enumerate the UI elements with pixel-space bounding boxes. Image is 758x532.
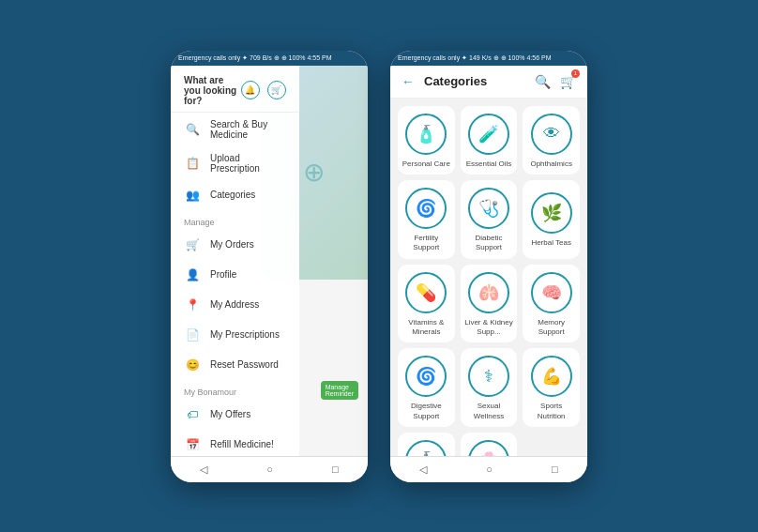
drawer: What are you looking for? 🔔 🛒 🔍 Search &… bbox=[171, 66, 299, 456]
left-status-bar: Emergency calls only ✦ 709 B/s ⊕ ⊕ 100% … bbox=[171, 51, 368, 66]
prescription-icon: 📄 bbox=[184, 327, 201, 343]
reset-password-item[interactable]: 😊 Reset Password bbox=[171, 350, 299, 380]
page-title: Categories bbox=[424, 74, 525, 88]
category-13[interactable]: 🧴 bbox=[398, 433, 455, 455]
search-buy-label: Search & Buy Medicine bbox=[210, 119, 286, 140]
right-phone-body: ← Categories 🔍 🛒 1 🧴 Personal Care 🧪 Ess… bbox=[390, 66, 587, 456]
left-nav-bar: ◁ ○ □ bbox=[171, 456, 368, 482]
search-icon: 🔍 bbox=[184, 121, 201, 138]
right-nav-home[interactable]: ○ bbox=[486, 464, 493, 475]
refill-item[interactable]: 📅 Refill Medicine! bbox=[171, 430, 299, 456]
manage-items: 🛒 My Orders 👤 Profile 📍 My Address 📄 My … bbox=[171, 230, 299, 380]
bonamour-items: 🏷 My Offers 📅 Refill Medicine! bbox=[171, 400, 299, 456]
category-essential-oils[interactable]: 🧪 Essential Oils bbox=[461, 106, 518, 175]
sports-label: Sports Nutrition bbox=[526, 402, 576, 421]
drawer-top-icons: 🔔 🛒 bbox=[241, 81, 286, 99]
reset-icon: 😊 bbox=[184, 357, 201, 373]
essential-oils-icon: 🧪 bbox=[468, 114, 509, 155]
reset-password-label: Reset Password bbox=[210, 359, 279, 370]
category-14[interactable]: 🌸 bbox=[461, 433, 518, 455]
bonamour-section-label: My Bonamour bbox=[171, 380, 299, 400]
profile-item[interactable]: 👤 Profile bbox=[171, 260, 299, 290]
offers-icon: 🏷 bbox=[184, 406, 201, 423]
bell-icon[interactable]: 🔔 bbox=[241, 81, 260, 99]
upload-rx-label: Upload Prescription bbox=[210, 153, 286, 174]
category-sports[interactable]: 💪 Sports Nutrition bbox=[523, 348, 580, 427]
right-nav-back[interactable]: ◁ bbox=[419, 464, 427, 476]
category-sexual-wellness[interactable]: ⚕ Sexual Wellness bbox=[461, 348, 518, 427]
my-orders-label: My Orders bbox=[210, 239, 254, 250]
digestive-label: Digestive Support bbox=[402, 402, 451, 421]
ophthalmics-icon: 👁 bbox=[531, 114, 572, 155]
search-button[interactable]: 🔍 bbox=[535, 74, 551, 89]
category-vitamins[interactable]: 💊 Vitamins & Minerals bbox=[398, 265, 455, 343]
digestive-icon: 🌀 bbox=[405, 356, 447, 397]
personal-care-icon: 🧴 bbox=[405, 114, 447, 155]
cart-badge-count: 1 bbox=[571, 69, 580, 78]
manage-section-label: Manage bbox=[171, 210, 299, 230]
personal-care-label: Personal Care bbox=[402, 160, 450, 169]
right-phone: Emergency calls only ✦ 149 K/s ⊕ ⊕ 100% … bbox=[390, 51, 587, 482]
my-orders-item[interactable]: 🛒 My Orders bbox=[171, 230, 299, 260]
profile-label: Profile bbox=[210, 269, 236, 280]
herbal-icon: 🌿 bbox=[531, 192, 572, 234]
search-buy-item[interactable]: 🔍 Search & Buy Medicine bbox=[171, 113, 299, 146]
category-liver-kidney[interactable]: 🫁 Liver & Kidney Supp... bbox=[461, 265, 518, 343]
fertility-icon: 🌀 bbox=[405, 188, 447, 229]
prescriptions-item[interactable]: 📄 My Prescriptions bbox=[171, 320, 299, 350]
sexual-wellness-label: Sexual Wellness bbox=[464, 402, 514, 421]
right-nav-recent[interactable]: □ bbox=[552, 464, 558, 475]
upload-icon: 📋 bbox=[184, 155, 201, 172]
orders-icon: 🛒 bbox=[184, 236, 201, 253]
address-icon: 📍 bbox=[184, 296, 201, 313]
right-status-bar: Emergency calls only ✦ 149 K/s ⊕ ⊕ 100% … bbox=[390, 51, 587, 66]
left-nav-recent[interactable]: □ bbox=[332, 464, 339, 475]
categories-label: Categories bbox=[210, 190, 255, 200]
right-header: ← Categories 🔍 🛒 1 bbox=[390, 66, 587, 99]
left-nav-back[interactable]: ◁ bbox=[200, 464, 207, 476]
liver-kidney-icon: 🫁 bbox=[468, 272, 509, 313]
my-offers-item[interactable]: 🏷 My Offers bbox=[171, 400, 299, 430]
categories-grid: 🧴 Personal Care 🧪 Essential Oils 👁 Ophth… bbox=[390, 99, 587, 456]
refill-icon: 📅 bbox=[184, 436, 201, 453]
memory-label: Memory Support bbox=[526, 318, 576, 338]
upload-rx-item[interactable]: 📋 Upload Prescription bbox=[171, 146, 299, 180]
fertility-label: Fertility Support bbox=[402, 234, 451, 253]
drawer-header-text: What are you looking for? bbox=[184, 75, 241, 106]
category-digestive[interactable]: 🌀 Digestive Support bbox=[398, 348, 455, 427]
manage-reminder-badge: Manage Reminder bbox=[321, 381, 358, 400]
drawer-top: What are you looking for? 🔔 🛒 bbox=[171, 66, 299, 113]
sexual-wellness-icon: ⚕ bbox=[468, 356, 509, 397]
address-label: My Address bbox=[210, 299, 259, 310]
category-diabetic[interactable]: 🩺 Diabetic Support bbox=[461, 180, 518, 259]
address-item[interactable]: 📍 My Address bbox=[171, 290, 299, 320]
refill-label: Refill Medicine! bbox=[210, 439, 274, 449]
diabetic-label: Diabetic Support bbox=[464, 234, 514, 253]
categories-item[interactable]: 👥 Categories bbox=[171, 180, 299, 210]
category-personal-care[interactable]: 🧴 Personal Care bbox=[398, 106, 455, 175]
cat14-icon: 🌸 bbox=[468, 440, 509, 455]
left-nav-home[interactable]: ○ bbox=[266, 464, 273, 475]
category-memory[interactable]: 🧠 Memory Support bbox=[523, 265, 580, 343]
vitamins-label: Vitamins & Minerals bbox=[402, 318, 451, 338]
right-nav-bar: ◁ ○ □ bbox=[390, 456, 587, 482]
back-button[interactable]: ← bbox=[402, 74, 415, 89]
categories-icon: 👥 bbox=[184, 187, 201, 204]
category-ophthalmics[interactable]: 👁 Ophthalmics bbox=[523, 106, 580, 175]
cart-icon-left[interactable]: 🛒 bbox=[267, 81, 286, 99]
cat13-icon: 🧴 bbox=[405, 440, 447, 455]
prescriptions-label: My Prescriptions bbox=[210, 329, 280, 340]
herbal-teas-label: Herbal Teas bbox=[531, 238, 571, 248]
cart-button[interactable]: 🛒 1 bbox=[560, 73, 576, 90]
category-herbal-teas[interactable]: 🌿 Herbal Teas bbox=[523, 180, 580, 259]
profile-icon: 👤 bbox=[184, 266, 201, 283]
essential-oils-label: Essential Oils bbox=[466, 160, 511, 169]
memory-icon: 🧠 bbox=[531, 272, 572, 313]
my-offers-label: My Offers bbox=[210, 409, 250, 419]
liver-kidney-label: Liver & Kidney Supp... bbox=[464, 318, 514, 338]
ophthalmics-label: Ophthalmics bbox=[530, 160, 571, 169]
category-fertility[interactable]: 🌀 Fertility Support bbox=[398, 180, 455, 259]
sports-icon: 💪 bbox=[531, 356, 572, 397]
diabetic-icon: 🩺 bbox=[468, 188, 509, 229]
left-phone: Emergency calls only ✦ 709 B/s ⊕ ⊕ 100% … bbox=[171, 51, 368, 482]
